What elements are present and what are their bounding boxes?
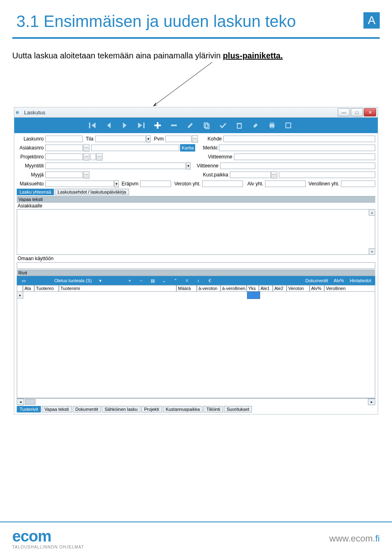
picker-asiakasnro[interactable]: ⋯ [83,144,89,152]
input-kustpaikka-name[interactable] [279,172,375,178]
col-maara[interactable]: Määrä [176,285,197,292]
tab-suoritukset[interactable]: Suoritukset [224,406,252,412]
app-icon: e [16,109,22,116]
input-asiakas-name[interactable] [91,145,179,151]
dropdown-maksuehto[interactable]: ▾ [114,180,119,187]
picker-kustpaikka[interactable]: ⋯ [271,171,277,178]
print-icon[interactable] [267,121,276,130]
hintatiedot-btn[interactable]: Hintatiedot [350,278,371,283]
copy-icon[interactable] [202,121,211,130]
textarea-asiakkaalle[interactable]: ▴ ▾ [17,209,375,255]
input-verollinen[interactable] [341,181,375,187]
maximize-button[interactable]: □ [351,108,363,116]
row-sort-icon[interactable]: ↕ [196,278,201,283]
active-cell[interactable] [247,292,260,299]
tab-tiliointi[interactable]: Tiliöinti [203,406,223,412]
table-icon[interactable]: ▭ [21,278,27,283]
input-myyntitili[interactable] [45,163,186,169]
input-alv[interactable] [265,181,306,187]
col-veroton[interactable]: Veroton [287,285,310,292]
col-yks[interactable]: Yks [247,285,259,292]
col-tuotenro[interactable]: Tuotenro [34,285,59,292]
row-down-icon[interactable]: ⌄ [161,278,167,283]
row-marker[interactable]: ▸ [17,292,23,299]
tab-laskutusehdot[interactable]: Laskutusehdot / laskutuspäiväkirja [55,189,129,195]
scroll-right[interactable]: ▸ [368,399,375,405]
svg-rect-13 [205,124,209,129]
svg-marker-5 [123,123,127,128]
input-erapvm[interactable] [140,181,171,187]
row-minus-icon[interactable]: − [138,278,144,283]
input-projektinro-2[interactable] [90,154,96,160]
alvp-btn[interactable]: Alv% [334,278,344,283]
input-laskunro[interactable] [45,136,83,142]
scroll-down[interactable]: ▾ [369,248,375,254]
col-alvp[interactable]: Alv% [310,285,324,292]
input-veroton[interactable] [202,181,243,187]
tab-sahkoinen[interactable]: Sähköinen lasku [102,406,140,412]
col-ale1[interactable]: Ale1 [259,285,273,292]
dropdown-myyntitili[interactable]: ▾ [186,162,191,169]
grid-body[interactable]: ▸ [17,292,375,398]
section-vapaa-teksti: Vapaa teksti [17,196,375,203]
input-kustpaikka[interactable] [230,172,271,178]
hscroll[interactable]: ◂ ▸ [17,398,375,405]
plus-icon[interactable] [153,121,162,130]
row-euro-icon[interactable]: € [207,278,213,283]
next-icon[interactable] [120,121,129,130]
col-tuotenimi[interactable]: Tuotenimi [59,285,176,292]
minimize-button[interactable]: — [338,108,350,116]
input-myyja[interactable] [45,172,83,178]
edit-icon[interactable] [186,121,195,130]
row-plus-icon[interactable]: + [127,278,133,283]
export-icon[interactable] [284,121,293,130]
picker-projektinro-2[interactable]: ⋯ [96,153,102,160]
col-averollinen[interactable]: à-verollinen [220,285,247,292]
picker-myyja[interactable]: ⋯ [83,171,89,178]
picker-pvm[interactable]: ⋯ [192,135,198,143]
scroll-up[interactable]: ▴ [369,210,375,216]
scroll-left[interactable]: ◂ [17,399,24,405]
input-omaan[interactable] [17,262,375,269]
input-merkki[interactable] [219,145,375,151]
oletus-label[interactable]: Oletus tuoteala (S) [54,278,92,283]
col-ala[interactable]: Ala [23,285,34,292]
row-eq-icon[interactable]: = [184,278,190,283]
section-rivit: Rivit [17,270,375,276]
input-kohde[interactable] [223,136,375,142]
input-pvm[interactable] [165,136,192,142]
tab-projekti[interactable]: Projekti [141,406,162,412]
oletus-dropdown[interactable]: ▾ [98,278,103,283]
row-list-icon[interactable]: ▤ [150,278,156,283]
tab-kustannuspaikka[interactable]: Kustannuspaikka [163,406,203,412]
check-icon[interactable] [218,121,227,130]
input-projektinro[interactable] [45,154,83,160]
tab-dokumentit[interactable]: Dokumentit [73,406,101,412]
kartta-button[interactable]: Kartta [180,144,195,152]
page-footer: ecom TALOUSHALLINNON OHJELMAT www.ecom.f… [0,522,392,555]
tab-lasku-yhteensa[interactable]: Lasku yhteensä [17,189,54,195]
minus-icon[interactable] [169,121,178,130]
footer-url-suffix: fi [375,533,380,544]
row-up-icon[interactable]: ⌃ [173,278,178,283]
first-icon[interactable] [88,121,97,130]
input-maksuehto[interactable] [45,181,114,187]
tab-vapaa[interactable]: Vapaa teksti [42,406,72,412]
scroll-thumb[interactable] [25,399,36,405]
input-viitteemme[interactable] [234,154,375,160]
close-button[interactable]: ✕ [364,108,376,116]
picker-projektinro-1[interactable]: ⋯ [83,153,89,160]
input-tila[interactable] [95,136,146,142]
trash-icon[interactable] [235,121,244,130]
col-averoton[interactable]: à-veroton [197,285,220,292]
last-icon[interactable] [137,121,146,130]
dropdown-tila[interactable]: ▾ [146,135,151,143]
dokumentit-btn[interactable]: Dokumentit [305,278,328,283]
brush-icon[interactable] [251,121,260,130]
tab-tuoterivit[interactable]: Tuoterivit [17,406,41,412]
col-verollinen[interactable]: Verollinen [324,285,375,292]
input-viitteenne[interactable] [220,163,375,169]
col-ale2[interactable]: Ale2 [273,285,287,292]
input-asiakasnro[interactable] [45,145,83,151]
prev-icon[interactable] [104,121,113,130]
